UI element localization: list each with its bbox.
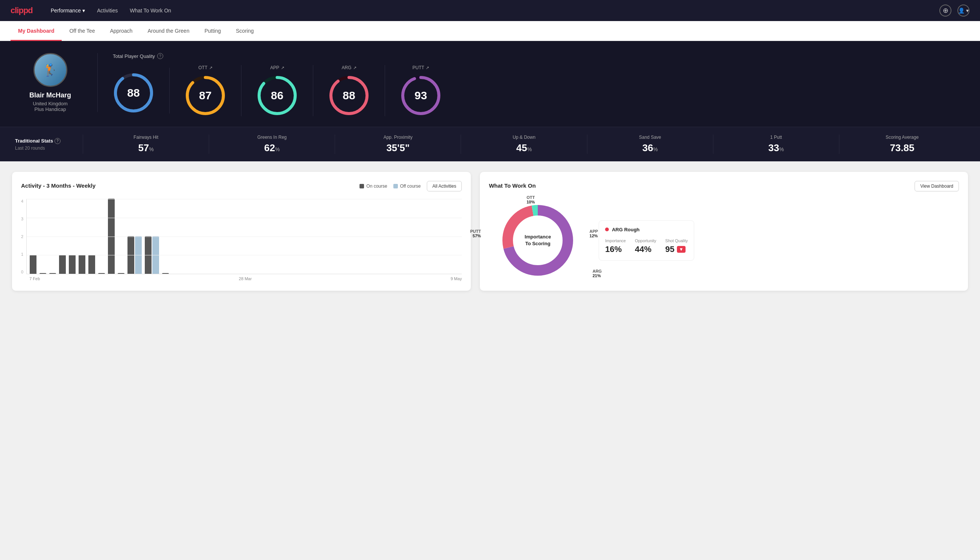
bar-group-3 [49, 273, 56, 274]
app-arrow: ↗ [281, 65, 284, 70]
bar-group-6 [78, 255, 85, 274]
bar-on-9 [108, 198, 115, 274]
circle-app: 86 [256, 75, 298, 116]
scores-area: Total Player Quality ? 88 [98, 53, 965, 116]
tab-around-the-green[interactable]: Around the Green [140, 21, 197, 41]
bar-on-2 [40, 273, 46, 274]
player-country: United Kingdom [33, 101, 68, 107]
stat-greens-in-reg: Greens In Reg 62% [209, 135, 335, 154]
stat-scoring-average: Scoring Average 73.85 [839, 135, 965, 154]
legend-off-course-dot [393, 184, 398, 188]
stat-up-down: Up & Down 45% [461, 135, 587, 154]
bar-on-12 [145, 236, 151, 274]
chart-body: 7 Feb 28 Mar 9 May [26, 199, 462, 282]
stats-subtitle: Last 20 rounds [15, 145, 83, 151]
avatar: 🏌️ [33, 53, 67, 87]
bar-group-10 [118, 273, 125, 274]
tab-scoring[interactable]: Scoring [228, 21, 261, 41]
score-app-label: APP ↗ [270, 65, 284, 70]
nav-right-actions: ⊕ 👤 ▾ [939, 5, 970, 17]
bar-on-5 [69, 255, 76, 274]
stat-sand-save: Sand Save 36% [587, 135, 713, 154]
nav-activities[interactable]: Activities [97, 6, 118, 15]
activity-chart-card: Activity - 3 Months - Weekly On course O… [12, 172, 471, 291]
player-name: Blair McHarg [29, 92, 71, 99]
activity-chart-title: Activity - 3 Months - Weekly [21, 182, 95, 189]
circle-ott: 87 [185, 75, 226, 116]
what-to-work-on-title: What To Work On [489, 182, 536, 189]
bar-group-8 [98, 273, 105, 274]
legend-on-course-dot [359, 184, 364, 188]
bar-on-1 [30, 255, 37, 274]
bar-off-11 [135, 236, 142, 274]
player-handicap: Plus Handicap [35, 107, 66, 112]
activity-chart-header: Activity - 3 Months - Weekly On course O… [21, 181, 462, 192]
bar-group-4 [59, 255, 66, 274]
tab-approach[interactable]: Approach [102, 21, 140, 41]
tab-putting[interactable]: Putting [197, 21, 229, 41]
circle-putt: 93 [400, 75, 441, 116]
help-icon[interactable]: ? [157, 53, 163, 59]
score-putt: PUTT ↗ 93 [385, 65, 456, 116]
legend-off-course: Off course [393, 183, 421, 189]
metric-opportunity: Opportunity 44% [635, 238, 656, 254]
score-arg-label: ARG ↗ [341, 65, 356, 70]
score-putt-label: PUTT ↗ [413, 65, 429, 70]
stats-bar: Traditional Stats ? Last 20 rounds Fairw… [0, 127, 980, 161]
bar-group-11 [128, 236, 142, 274]
nav-what-to-work-on[interactable]: What To Work On [130, 6, 171, 15]
score-ott: OTT ↗ 87 [170, 65, 241, 116]
bar-on-6 [78, 255, 85, 274]
view-dashboard-button[interactable]: View Dashboard [915, 181, 959, 192]
tabs-bar: My Dashboard Off the Tee Approach Around… [0, 21, 980, 41]
x-axis-labels: 7 Feb 28 Mar 9 May [26, 274, 462, 281]
donut-label-app: APP 12% [590, 229, 598, 238]
bar-on-7 [88, 255, 95, 274]
what-to-work-on-header: What To Work On View Dashboard [489, 181, 959, 192]
top-navigation: clippd Performance ▾ Activities What To … [0, 0, 980, 21]
stats-help-icon[interactable]: ? [55, 138, 60, 144]
tab-off-the-tee[interactable]: Off the Tee [62, 21, 102, 41]
user-menu-button[interactable]: 👤 ▾ [957, 5, 970, 17]
tab-my-dashboard[interactable]: My Dashboard [10, 21, 62, 41]
score-total: 88 [113, 68, 170, 113]
all-activities-button[interactable]: All Activities [427, 181, 462, 192]
score-ott-value: 87 [199, 89, 211, 102]
logo: clippd [10, 6, 33, 15]
donut-area: ImportanceTo Scoring OTT 10% APP 12% ARG… [489, 199, 959, 282]
stat-app-proximity: App. Proximity 35'5" [335, 135, 461, 154]
donut-center-text: ImportanceTo Scoring [524, 233, 551, 247]
circle-arg: 88 [328, 75, 369, 116]
activity-legend: On course Off course [359, 183, 421, 189]
bottom-section: Activity - 3 Months - Weekly On course O… [0, 161, 980, 301]
bar-group-9 [108, 198, 115, 274]
bar-chart-area [26, 199, 462, 274]
legend-on-course: On course [359, 183, 387, 189]
stats-label-group: Traditional Stats ? Last 20 rounds [15, 138, 83, 151]
shot-quality-badge: ▼ [677, 246, 686, 253]
score-arg: ARG ↗ 88 [313, 65, 385, 116]
nav-performance[interactable]: Performance ▾ [51, 6, 85, 15]
score-total-value: 88 [127, 87, 140, 99]
arg-rough-dot [605, 228, 609, 231]
bar-group-12 [145, 236, 159, 274]
header-section: 🏌️ Blair McHarg United Kingdom Plus Hand… [0, 41, 980, 127]
ott-arrow: ↗ [209, 65, 213, 70]
total-quality-label: Total Player Quality ? [113, 53, 965, 59]
score-app: APP ↗ 86 [241, 65, 313, 116]
bar-on-3 [49, 273, 56, 274]
bar-group-2 [40, 273, 46, 274]
arg-arrow: ↗ [353, 65, 356, 70]
score-ott-label: OTT ↗ [198, 65, 213, 70]
score-putt-value: 93 [414, 89, 427, 102]
add-button[interactable]: ⊕ [939, 5, 952, 17]
traditional-stats-title: Traditional Stats ? [15, 138, 83, 144]
bar-off-12 [152, 236, 159, 274]
score-app-value: 86 [271, 89, 283, 102]
bar-on-10 [118, 273, 125, 274]
bar-group-13 [162, 273, 169, 274]
bar-on-8 [98, 273, 105, 274]
stat-1-putt: 1 Putt 33% [713, 135, 839, 154]
donut-chart-container: ImportanceTo Scoring OTT 10% APP 12% ARG… [489, 199, 587, 282]
y-axis-labels: 4 3 2 1 0 [21, 199, 26, 282]
